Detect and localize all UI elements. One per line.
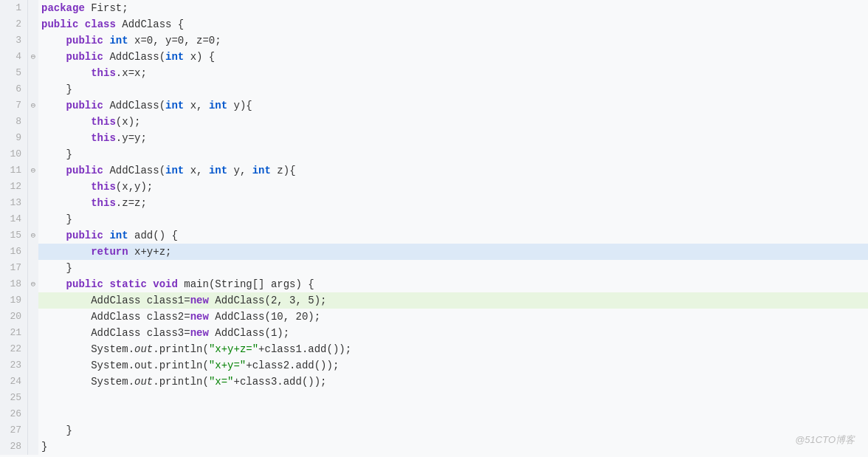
line-arrow xyxy=(28,341,38,357)
code-row: 1package First; xyxy=(0,0,868,16)
code-row: 18⊖ public static void main(String[] arg… xyxy=(0,276,868,292)
code-token: public xyxy=(66,227,103,244)
line-number: 22 xyxy=(0,341,28,357)
code-token xyxy=(41,49,66,65)
code-token xyxy=(41,374,91,390)
code-row: 12 this(x,y); xyxy=(0,179,868,195)
code-token xyxy=(41,162,66,179)
line-arrow xyxy=(28,114,38,130)
code-row: 17 } xyxy=(0,260,868,276)
line-code: } xyxy=(38,260,868,276)
code-token: int xyxy=(252,162,271,179)
code-token: this xyxy=(91,65,116,81)
code-token: } xyxy=(41,260,72,276)
line-code: AddClass class3=new AddClass(1); xyxy=(38,325,868,341)
code-token: int xyxy=(109,227,128,244)
code-token: AddClass(1); xyxy=(209,325,289,341)
code-token xyxy=(41,179,91,195)
line-number: 2 xyxy=(0,16,28,32)
code-row: 8 this(x); xyxy=(0,114,868,130)
code-token: int xyxy=(209,97,227,114)
line-arrow xyxy=(28,422,38,439)
code-token xyxy=(103,276,109,292)
line-code: AddClass class2=new AddClass(10, 20); xyxy=(38,309,868,325)
code-token xyxy=(41,114,91,130)
code-row: 28} xyxy=(0,439,868,455)
line-arrow xyxy=(28,211,38,227)
code-token xyxy=(147,276,153,292)
code-row: 26 xyxy=(0,406,868,422)
code-token: System. xyxy=(91,341,134,357)
code-token: .y=y; xyxy=(116,130,147,146)
line-code: return x+y+z; xyxy=(38,244,868,260)
line-code: this(x); xyxy=(38,114,868,130)
line-code: public AddClass(int x) { xyxy=(38,49,868,65)
code-row: 9 this.y=y; xyxy=(0,130,868,146)
code-token: AddClass { xyxy=(116,16,184,32)
code-token xyxy=(41,65,91,81)
line-code: public AddClass(int x, int y){ xyxy=(38,97,868,114)
line-code: AddClass class1=new AddClass(2, 3, 5); xyxy=(38,292,868,309)
line-number: 8 xyxy=(0,114,28,130)
code-token: class1= xyxy=(140,292,190,309)
code-token: AddClass xyxy=(91,309,140,325)
code-token xyxy=(41,276,66,292)
line-arrow xyxy=(28,0,38,16)
code-token: (x,y); xyxy=(116,179,153,195)
line-code: public int x=0, y=0, z=0; xyxy=(38,32,868,49)
code-token xyxy=(41,97,66,114)
code-lines: 1package First;2public class AddClass {3… xyxy=(0,0,868,455)
code-token: } xyxy=(41,211,72,227)
code-token: System.out.println( xyxy=(91,357,209,374)
code-token: First; xyxy=(85,0,128,16)
code-token: .z=z; xyxy=(116,195,147,211)
line-number: 27 xyxy=(0,422,28,439)
line-number: 20 xyxy=(0,309,28,325)
code-row: 21 AddClass class3=new AddClass(1); xyxy=(0,325,868,341)
line-arrow: ⊖ xyxy=(28,162,38,179)
code-token: } xyxy=(41,422,72,439)
code-token: z){ xyxy=(271,162,296,179)
code-token: x) { xyxy=(184,49,215,65)
code-token: x, xyxy=(184,97,209,114)
code-token: void xyxy=(153,276,178,292)
line-code: this.y=y; xyxy=(38,130,868,146)
line-code: } xyxy=(38,422,868,439)
line-number: 10 xyxy=(0,146,28,162)
line-number: 13 xyxy=(0,195,28,211)
code-token: this xyxy=(91,130,116,146)
code-token xyxy=(41,227,66,244)
code-row: 14 } xyxy=(0,211,868,227)
code-token: this xyxy=(91,195,116,211)
code-row: 6 } xyxy=(0,81,868,97)
line-code: } xyxy=(38,439,868,455)
line-code: public static void main(String[] args) { xyxy=(38,276,868,292)
code-token: this xyxy=(91,179,116,195)
code-token: new xyxy=(190,325,209,341)
line-code: this.z=z; xyxy=(38,195,868,211)
line-code: this.x=x; xyxy=(38,65,868,81)
code-row: 20 AddClass class2=new AddClass(10, 20); xyxy=(0,309,868,325)
line-arrow xyxy=(28,406,38,422)
code-token: AddClass( xyxy=(103,162,165,179)
code-token xyxy=(41,130,91,146)
code-token xyxy=(41,32,66,49)
line-arrow xyxy=(28,179,38,195)
code-token: public xyxy=(66,32,103,49)
code-token: y, xyxy=(227,162,252,179)
line-number: 26 xyxy=(0,406,28,422)
code-token: int xyxy=(165,162,184,179)
code-token: x, xyxy=(184,162,209,179)
line-number: 24 xyxy=(0,374,28,390)
line-number: 12 xyxy=(0,179,28,195)
code-token: add() { xyxy=(128,227,178,244)
code-row: 4⊖ public AddClass(int x) { xyxy=(0,49,868,65)
code-token xyxy=(103,32,109,49)
line-code xyxy=(38,406,868,422)
code-token: int xyxy=(165,97,184,114)
code-token: x+y+z; xyxy=(128,244,172,260)
line-number: 1 xyxy=(0,0,28,16)
code-token: int xyxy=(165,49,184,65)
line-number: 4 xyxy=(0,49,28,65)
code-row: 2public class AddClass { xyxy=(0,16,868,32)
